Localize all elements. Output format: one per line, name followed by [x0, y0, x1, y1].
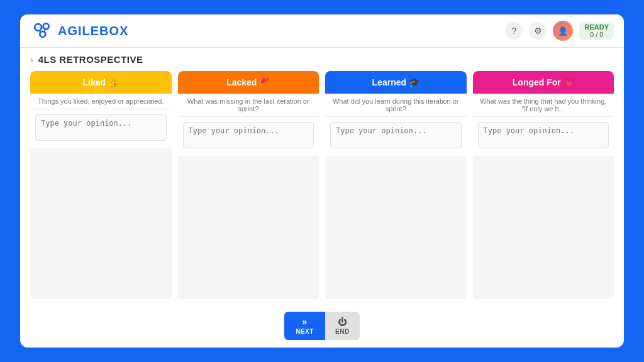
column-liked-header: Liked 👍 [30, 71, 172, 94]
end-icon: ⏻ [338, 317, 347, 327]
column-lacked-label: Lacked 🚩 [226, 77, 270, 87]
next-icon: » [303, 317, 308, 327]
column-liked-label: Liked 👍 [83, 77, 119, 87]
page-header: › 4LS RETROSPECTIVE [30, 54, 614, 65]
column-longed-header: Longed For 💗 [473, 71, 614, 94]
longed-cards-area [473, 156, 614, 299]
column-lacked: Lacked 🚩 What was missing in the last it… [178, 71, 319, 299]
learned-cards-area [325, 156, 467, 299]
column-learned-description: What did you learn during this iteration… [325, 94, 467, 117]
lacked-input[interactable] [183, 122, 314, 148]
column-learned: Learned 🎓 What did you learn during this… [325, 71, 467, 299]
column-lacked-description: What was missing in the last iteration o… [178, 94, 319, 117]
ready-badge: READY 0 / 0 [579, 22, 614, 40]
column-lacked-header: Lacked 🚩 [178, 71, 319, 94]
ready-count: 0 / 0 [590, 31, 603, 38]
bottom-bar: » NEXT ⏻ END [20, 305, 624, 348]
learned-input[interactable] [330, 122, 462, 148]
avatar: 👤 [553, 21, 573, 41]
column-lacked-input-area [178, 117, 319, 156]
end-label: END [335, 328, 350, 335]
top-bar-right: ? ⚙ 👤 READY 0 / 0 [505, 21, 614, 41]
column-longed-label: Longed For 💗 [513, 77, 574, 87]
help-button[interactable]: ? [505, 22, 523, 40]
longed-input[interactable] [478, 122, 609, 148]
column-liked-input-area [30, 109, 172, 148]
app-name: AGILEBOX [58, 24, 128, 38]
svg-point-0 [35, 24, 42, 31]
column-learned-header: Learned 🎓 [325, 71, 467, 94]
column-learned-input-area [325, 117, 467, 156]
liked-input[interactable] [35, 114, 167, 141]
page-title: 4LS RETROSPECTIVE [38, 54, 143, 65]
ready-label: READY [584, 23, 609, 31]
top-bar: AGILEBOX ? ⚙ 👤 READY 0 / 0 [20, 14, 624, 48]
logo-area: AGILEBOX [30, 19, 128, 42]
help-icon: ? [512, 26, 517, 36]
main-container: AGILEBOX ? ⚙ 👤 READY 0 / 0 › 4LS RETROSP… [20, 14, 624, 348]
column-learned-label: Learned 🎓 [372, 77, 419, 87]
column-longed-input-area [473, 117, 614, 156]
svg-point-1 [43, 23, 49, 29]
breadcrumb-chevron: › [30, 55, 33, 65]
settings-button[interactable]: ⚙ [529, 22, 547, 40]
columns-area: Liked 👍 Things you liked, enjoyed or app… [30, 71, 614, 299]
column-liked-description: Things you liked, enjoyed or appreciated… [30, 94, 172, 109]
settings-icon: ⚙ [534, 26, 542, 36]
column-longed: Longed For 💗 What was the thing that had… [473, 71, 614, 299]
next-button[interactable]: » NEXT [284, 312, 325, 340]
logo-icon [30, 19, 53, 42]
end-button[interactable]: ⏻ END [325, 312, 360, 340]
lacked-cards-area [178, 156, 319, 299]
content-area: › 4LS RETROSPECTIVE Liked 👍 Things you l… [20, 48, 624, 305]
column-longed-description: What was the thing that had you thinking… [473, 94, 614, 117]
next-label: NEXT [296, 328, 314, 335]
column-liked: Liked 👍 Things you liked, enjoyed or app… [30, 71, 172, 299]
liked-cards-area [30, 148, 172, 299]
